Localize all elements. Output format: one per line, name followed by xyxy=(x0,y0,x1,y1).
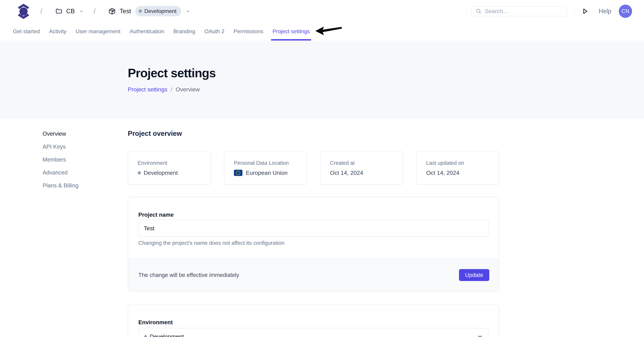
eu-flag-icon xyxy=(234,170,242,176)
settings-content: Project overview Environment Development… xyxy=(128,119,499,337)
info-value: European Union xyxy=(234,170,300,176)
annotation-arrow xyxy=(315,26,342,36)
info-value: Oct 14, 2024 xyxy=(426,170,492,176)
project-name-card: Project name Changing the project's name… xyxy=(128,197,499,291)
tab-oauth-2[interactable]: OAuth 2 xyxy=(204,22,224,40)
section-title: Project overview xyxy=(128,130,499,137)
info-label: Created at xyxy=(330,160,396,166)
tab-branding[interactable]: Branding xyxy=(174,22,195,40)
info-card-created-at: Created at Oct 14, 2024 xyxy=(320,151,403,185)
page-title: Project settings xyxy=(128,66,644,80)
tab-project-settings[interactable]: Project settings xyxy=(272,22,310,40)
project-name-label: Project name xyxy=(138,212,488,218)
info-card-last-updated: Last updated on Oct 14, 2024 xyxy=(416,151,499,185)
sidebar-item-plans-billing[interactable]: Plans & Billing xyxy=(42,182,78,189)
page-header: Project settings Project settings / Over… xyxy=(0,40,644,119)
sidebar-item-members[interactable]: Members xyxy=(42,156,78,163)
tab-activity[interactable]: Activity xyxy=(49,22,66,40)
tab-get-started[interactable]: Get started xyxy=(13,22,40,40)
chevron-down-icon xyxy=(79,9,84,14)
org-switcher[interactable]: CB xyxy=(55,8,84,15)
play-button[interactable] xyxy=(580,7,590,16)
tab-authentication[interactable]: Authentication xyxy=(130,22,164,40)
tab-user-management[interactable]: User management xyxy=(76,22,120,40)
status-dot xyxy=(144,335,147,337)
topbar-divider xyxy=(574,7,574,16)
play-icon xyxy=(581,8,588,15)
breadcrumb-separator: / xyxy=(40,7,42,15)
sidebar-item-api-keys[interactable]: API Keys xyxy=(42,143,78,150)
info-label: Last updated on xyxy=(426,160,492,166)
app-logo-icon[interactable] xyxy=(16,3,31,19)
info-card-data-location: Personal Data Location Europea xyxy=(224,151,307,185)
environment-select[interactable]: Development xyxy=(138,328,488,337)
environment-badge-label: Development xyxy=(144,8,176,14)
project-switcher[interactable]: Test Development xyxy=(108,6,190,16)
project-name-card-body: Project name Changing the project's name… xyxy=(128,197,499,259)
project-name: Test xyxy=(120,8,131,15)
environment-label: Environment xyxy=(138,319,488,326)
info-value: Development xyxy=(138,170,204,176)
chevron-down-icon xyxy=(477,334,483,337)
user-avatar[interactable]: CN xyxy=(619,4,632,18)
breadcrumb-separator: / xyxy=(94,7,96,15)
footer-note: The change will be effective immediately xyxy=(138,272,239,278)
main-area: Overview API Keys Members Advanced Plans… xyxy=(0,119,644,337)
search-box[interactable] xyxy=(471,6,567,16)
top-bar: / CB / Test Development xyxy=(0,0,644,22)
help-link[interactable]: Help xyxy=(599,8,611,15)
folder-icon xyxy=(55,8,62,15)
status-dot xyxy=(139,9,142,13)
project-name-helper: Changing the project's name does not aff… xyxy=(138,240,488,246)
breadcrumb: Project settings / Overview xyxy=(128,86,644,93)
breadcrumb-link[interactable]: Project settings xyxy=(128,86,167,93)
package-icon xyxy=(108,7,116,15)
info-card-environment: Environment Development xyxy=(128,151,211,185)
search-input[interactable] xyxy=(485,8,563,14)
sidebar-item-advanced[interactable]: Advanced xyxy=(42,169,78,176)
org-name: CB xyxy=(66,8,75,15)
breadcrumb-current: Overview xyxy=(176,86,200,93)
settings-sidebar: Overview API Keys Members Advanced Plans… xyxy=(42,130,78,195)
environment-select-value: Development xyxy=(150,333,184,337)
project-tabs: Get started Activity User management Aut… xyxy=(0,22,644,40)
chevron-down-icon xyxy=(185,9,190,14)
tab-permissions[interactable]: Permissions xyxy=(234,22,263,40)
search-icon xyxy=(476,8,482,14)
sidebar-item-overview[interactable]: Overview xyxy=(42,130,78,137)
environment-badge: Development xyxy=(135,6,181,16)
project-name-card-footer: The change will be effective immediately… xyxy=(128,259,499,291)
breadcrumb-separator: / xyxy=(171,86,172,93)
environment-card: Environment Development xyxy=(128,305,499,337)
info-value: Oct 14, 2024 xyxy=(330,170,396,176)
project-name-input[interactable] xyxy=(138,220,488,237)
info-label: Personal Data Location xyxy=(234,160,300,166)
info-card-row: Environment Development Personal Data Lo… xyxy=(128,151,499,185)
environment-card-body: Environment Development xyxy=(128,305,499,337)
update-button[interactable]: Update xyxy=(459,269,489,281)
status-dot xyxy=(138,171,141,174)
info-label: Environment xyxy=(138,160,204,166)
